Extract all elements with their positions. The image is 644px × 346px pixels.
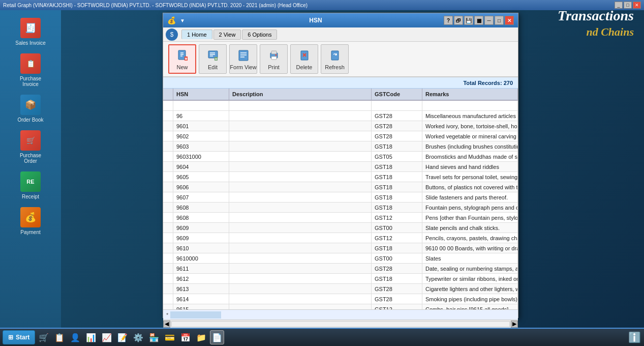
row-arrow — [163, 253, 173, 263]
table-row[interactable]: 9610 GST18 9610 00 00 Boards, with writi… — [163, 243, 518, 253]
refresh-button[interactable]: Refresh — [321, 44, 349, 74]
tab-view[interactable]: 2 View — [213, 30, 241, 40]
table-row[interactable]: 9611 GST28 Date, sealing or numbering st… — [163, 264, 518, 274]
table-row[interactable]: 96031000 GST05 Broomsticks and Muddhas m… — [163, 152, 518, 162]
formview-button[interactable]: Form View — [229, 44, 257, 74]
taskbar-icon-5[interactable]: 📈 — [100, 330, 114, 344]
row-description — [229, 274, 372, 283]
taskbar-icon-8[interactable]: 🏪 — [147, 330, 161, 344]
header-hsn: HSN — [173, 89, 229, 100]
row-gstcode: GST18 — [372, 162, 422, 171]
chain-label: nd Chains — [586, 25, 634, 39]
table-row[interactable]: 9610000 GST00 Slates — [163, 253, 518, 264]
sidebar: 🧾 Sales Invoice 📋 PurchaseInvoice 📦 Orde… — [0, 10, 61, 336]
hsn-minimize-btn[interactable]: ─ — [484, 16, 494, 25]
table-row[interactable]: 9608 GST12 Pens [other than Fountain pen… — [163, 213, 518, 223]
sidebar-item-receipt[interactable]: RE Receipt — [20, 171, 41, 199]
input-hsn[interactable] — [173, 101, 229, 110]
sidebar-item-purchase-order[interactable]: 🛒 PurchaseOrder — [20, 130, 41, 164]
header-arrow — [163, 89, 173, 100]
close-main-btn[interactable]: ✕ — [633, 2, 641, 9]
sidebar-label-order-book: Order Book — [17, 117, 43, 123]
new-button[interactable]: New — [168, 44, 196, 74]
maximize-main-btn[interactable]: □ — [624, 2, 632, 9]
hsn-grid-btn[interactable]: ▦ — [474, 16, 483, 25]
formview-label: Form View — [230, 64, 256, 70]
payment-icon: 💰 — [20, 207, 41, 227]
taskbar-icon-4[interactable]: 📊 — [84, 330, 98, 344]
table-row[interactable]: 9602 GST28 Worked vegetable or mineral c… — [163, 131, 518, 141]
tab-home[interactable]: 1 Home — [181, 30, 212, 39]
input-highlight[interactable] — [170, 311, 221, 319]
table-row[interactable]: 9607 GST18 Slide fasteners and parts the… — [163, 192, 518, 203]
tab-options[interactable]: 6 Options — [242, 30, 277, 40]
row-description — [229, 172, 372, 182]
main-title-bar: Retail Graph (VINAYAKJOSHI) - SOFTWORLD … — [0, 0, 644, 10]
start-button[interactable]: ⊞ Start — [3, 330, 35, 344]
taskbar-icon-7[interactable]: ⚙️ — [131, 330, 145, 344]
row-description — [229, 203, 372, 212]
table-row[interactable]: 9612 GST18 Typewriter or similar ribbons… — [163, 274, 518, 284]
sidebar-label-sales-invoice: Sales Invoice — [15, 40, 45, 46]
taskbar-icon-10[interactable]: 📅 — [178, 330, 193, 344]
table-row[interactable]: 9614 GST28 Smoking pipes (including pipe… — [163, 294, 518, 304]
taskbar-icon-6[interactable]: 📝 — [115, 330, 130, 344]
row-hsn: 96 — [173, 111, 229, 121]
taskbar-icon-2[interactable]: 📋 — [52, 330, 67, 344]
sidebar-item-sales-invoice[interactable]: 🧾 Sales Invoice — [15, 18, 45, 46]
hsn-restore-btn[interactable]: 🗗 — [454, 16, 463, 25]
taskbar-icon-active[interactable]: 📄 — [210, 330, 224, 344]
delete-button[interactable]: Delete — [290, 44, 318, 74]
main-title-text: Retail Graph (VINAYAKJOSHI) - SOFTWORLD … — [3, 3, 615, 8]
table-row[interactable]: 9609 GST00 Slate pencils and chalk stick… — [163, 223, 518, 233]
table-row[interactable]: 9605 GST18 Travel sets for personal toil… — [163, 172, 518, 182]
info-button[interactable]: ℹ️ — [627, 330, 641, 344]
minimize-main-btn[interactable]: _ — [615, 2, 623, 9]
table-row[interactable]: 9603 GST18 Brushes (including brushes co… — [163, 141, 518, 152]
table-row[interactable]: 9608 GST18 Fountain pens, stylograph pen… — [163, 203, 518, 213]
row-remarks: Slates — [422, 253, 518, 263]
hsn-maximize-btn[interactable]: □ — [495, 16, 504, 25]
sidebar-item-order-book[interactable]: 📦 Order Book — [17, 95, 43, 123]
taskbar-icon-3[interactable]: 👤 — [68, 330, 82, 344]
hsn-close-btn[interactable]: ✕ — [505, 16, 514, 25]
row-arrow — [163, 162, 173, 171]
input-description[interactable] — [229, 101, 372, 110]
row-hsn: 9609 — [173, 233, 229, 243]
table-row[interactable]: 9615 GST12 Combs, hair pins [9615 all go… — [163, 304, 518, 309]
hsn-help-btn[interactable]: ? — [444, 16, 453, 25]
row-description — [229, 192, 372, 202]
start-label: Start — [16, 334, 29, 341]
taskbar-icon-1[interactable]: 🛒 — [37, 330, 51, 344]
row-gstcode: GST18 — [372, 172, 422, 182]
scroll-track[interactable] — [171, 321, 510, 327]
table-row[interactable]: 9601 GST28 Worked ivory, bone, tortoise-… — [163, 121, 518, 131]
hsn-save-btn[interactable]: 💾 — [464, 16, 473, 25]
input-remarks[interactable] — [422, 101, 518, 110]
row-hsn: 9601 — [173, 121, 229, 131]
table-row[interactable]: 96 GST28 Miscellaneous manufactured arti… — [163, 111, 518, 121]
table-row[interactable]: 9606 GST18 Buttons, of plastics not cove… — [163, 182, 518, 192]
sidebar-label-purchase-invoice: PurchaseInvoice — [20, 76, 41, 87]
row-remarks: Brushes (including brushes constituting … — [422, 141, 518, 151]
print-button[interactable]: Print — [260, 44, 288, 74]
taskbar-icon-11[interactable]: 📁 — [194, 330, 208, 344]
sidebar-item-payment[interactable]: 💰 Payment — [20, 207, 41, 235]
row-hsn: 9610000 — [173, 253, 229, 263]
table-row[interactable]: 9604 GST18 Hand sieves and hand riddles — [163, 162, 518, 172]
sidebar-item-purchase-invoice[interactable]: 📋 PurchaseInvoice — [20, 53, 41, 87]
row-arrow — [163, 284, 173, 294]
table-row[interactable]: 9613 GST28 Cigarette lighters and other … — [163, 284, 518, 294]
taskbar-icon-9[interactable]: 💳 — [163, 330, 177, 344]
scroll-right-btn[interactable]: ▶ — [511, 321, 518, 328]
hsn-window-title: HSN — [188, 17, 444, 24]
delete-label: Delete — [296, 64, 313, 70]
data-table-container: HSN Description GSTCode Remarks 96 GST28… — [163, 89, 518, 309]
edit-button[interactable]: Edit — [199, 44, 227, 74]
table-row[interactable]: 9609 GST12 Pencils, crayons, pastels, dr… — [163, 233, 518, 243]
input-gstcode[interactable] — [372, 101, 422, 110]
row-description — [229, 162, 372, 171]
horizontal-scrollbar[interactable]: ◀ ▶ — [163, 320, 518, 328]
row-gstcode: GST18 — [372, 192, 422, 202]
scroll-left-btn[interactable]: ◀ — [163, 321, 170, 328]
